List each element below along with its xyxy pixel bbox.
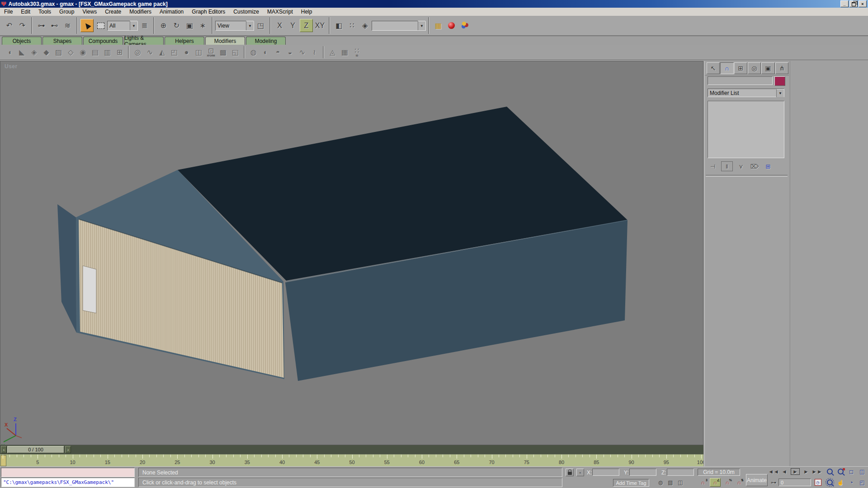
reference-coordinate-dropdown[interactable]: View▼ — [215, 21, 254, 31]
tab-helpers[interactable]: Helpers — [165, 37, 204, 45]
modifier-icon-20[interactable]: ◍ — [247, 46, 259, 59]
close-button[interactable]: × — [859, 0, 867, 7]
create-tab[interactable]: ↖ — [707, 62, 720, 74]
region-select-mode-button[interactable]: ▧ — [665, 479, 675, 486]
object-color-swatch[interactable] — [774, 76, 785, 86]
modifier-icon-26[interactable]: ◬ — [326, 46, 339, 59]
menu-item-create[interactable]: Create — [101, 8, 125, 15]
menu-item-maxscript[interactable]: MAXScript — [263, 8, 297, 15]
align-button[interactable]: ◈ — [359, 19, 371, 32]
menu-item-views[interactable]: Views — [78, 8, 101, 15]
modifier-icon-14[interactable]: ◰ — [168, 46, 180, 59]
menu-item-file[interactable]: File — [0, 8, 17, 15]
modifier-stack-list[interactable] — [708, 101, 784, 158]
selection-lock-toggle[interactable] — [566, 469, 574, 476]
viewport-label[interactable]: User — [5, 63, 18, 70]
array-button[interactable]: ∷ — [346, 19, 358, 32]
time-ruler[interactable]: 5101520253035404550556065707580859095100 — [0, 454, 703, 467]
show-end-result-button[interactable]: ‖ — [721, 161, 733, 171]
modifier-icon-18[interactable]: ▩ — [217, 46, 229, 59]
menu-item-customize[interactable]: Customize — [229, 8, 263, 15]
modifier-icon-2[interactable]: ◣ — [16, 46, 28, 59]
menu-item-help[interactable]: Help — [297, 8, 316, 15]
region-zoom-button[interactable] — [825, 479, 835, 486]
key-mode-toggle-button[interactable]: ⊶ — [769, 479, 778, 486]
bind-to-space-warp-button[interactable]: ≋ — [61, 19, 74, 32]
percent-snap-toggle-button[interactable]: ∩% — [722, 479, 732, 486]
modifier-icon-5[interactable]: ▨ — [52, 46, 65, 59]
tab-modeling[interactable]: Modeling — [246, 37, 286, 45]
degradation-override-button[interactable]: ◍ — [656, 479, 665, 486]
x-coordinate-field[interactable] — [592, 469, 619, 476]
minimize-button[interactable]: _ — [840, 0, 849, 7]
hierarchy-tab[interactable]: ⊞ — [734, 62, 747, 74]
zoom-extents-all-button[interactable]: ◫ — [857, 468, 867, 475]
previous-frame-button[interactable]: ◄ — [779, 468, 789, 475]
pan-view-button[interactable]: ☝ — [835, 479, 845, 486]
z-coordinate-field[interactable] — [667, 469, 694, 476]
render-button[interactable] — [458, 19, 471, 32]
modifier-icon-15[interactable]: ● — [180, 46, 193, 59]
tab-lights-cameras[interactable]: Lights & Cameras — [124, 37, 164, 45]
zoom-button[interactable] — [825, 468, 835, 475]
unlink-selection-button[interactable]: ⊷ — [48, 19, 61, 32]
motion-tab[interactable]: ◎ — [748, 62, 761, 74]
angle-snap-toggle-button[interactable]: ∩∠ — [710, 478, 721, 487]
material-editor-button[interactable] — [445, 19, 458, 32]
modifier-icon-8[interactable]: ▤ — [89, 46, 101, 59]
menu-item-edit[interactable]: Edit — [17, 8, 34, 15]
menu-item-modifiers[interactable]: Modifiers — [125, 8, 156, 15]
select-and-scale-button[interactable]: ▣ — [184, 19, 196, 32]
modifier-icon-10[interactable]: ⊞ — [113, 46, 126, 59]
tab-modifiers[interactable]: Modifiers — [205, 37, 245, 45]
undo-button[interactable]: ↶ — [3, 19, 15, 32]
current-frame-field[interactable]: 0 — [778, 479, 811, 486]
select-object-button[interactable] — [80, 19, 94, 32]
restrict-z-button[interactable]: Z — [300, 19, 313, 32]
tab-objects[interactable]: Objects — [2, 37, 42, 45]
menu-item-animation[interactable]: Animation — [156, 8, 188, 15]
maxscript-listener-output[interactable]: "C:\gmax\gamepacks\FSX_GMaxGamepack\" — [1, 478, 135, 487]
absolute-offset-mode-button[interactable]: ◦ — [576, 469, 584, 476]
snap-toggle-button[interactable]: ∩3 — [698, 479, 708, 486]
add-time-tag-button[interactable]: Add Time Tag — [613, 479, 649, 487]
rectangular-selection-region-button[interactable] — [94, 19, 107, 32]
modifier-icon-12[interactable]: ∿ — [144, 46, 156, 59]
go-to-start-button[interactable]: ◄◄ — [769, 468, 778, 475]
window-crossing-toggle-button[interactable]: ◫ — [675, 479, 685, 486]
restrict-y-button[interactable]: Y — [287, 19, 299, 32]
modifier-icon-9[interactable]: ▥ — [101, 46, 113, 59]
track-right-arrow-button[interactable]: › — [65, 446, 71, 453]
modifier-icon-11[interactable]: ◎ — [132, 46, 144, 59]
selection-filter-dropdown-arrow-icon[interactable]: ▼ — [130, 21, 137, 30]
pin-stack-button[interactable]: ⊣ — [708, 162, 718, 171]
object-name-field[interactable] — [708, 76, 773, 85]
modifier-icon-25[interactable]: ≀ — [308, 46, 321, 59]
building-model[interactable] — [57, 107, 627, 381]
unwrap-uvw-modifier-icon[interactable]: ◐ — [259, 46, 272, 59]
viewport-user[interactable]: Z X Y User — [0, 61, 703, 445]
modifier-icon-23[interactable]: ◒ — [284, 46, 296, 59]
arc-rotate-button[interactable]: ◔ — [846, 479, 856, 486]
min-max-toggle-button[interactable]: ◰ — [857, 479, 867, 486]
animate-button[interactable]: Animate — [746, 474, 768, 486]
uvw-checker-icon[interactable]: ▦ — [339, 46, 351, 59]
configure-modifier-sets-button[interactable]: ⊞ — [763, 162, 774, 171]
menu-item-tools[interactable]: Tools — [34, 8, 55, 15]
display-tab[interactable]: ▣ — [761, 62, 774, 74]
modifier-list-arrow-icon[interactable]: ▼ — [776, 89, 784, 97]
time-slider-handle[interactable] — [0, 455, 6, 466]
utilities-tab[interactable]: ⋔ — [775, 62, 788, 74]
select-and-move-button[interactable]: ⊕ — [157, 19, 170, 32]
modifier-list-dropdown[interactable]: Modifier List ▼ — [708, 89, 784, 97]
modifier-icon-1[interactable]: ◖ — [4, 46, 16, 59]
reference-coordinate-dropdown-arrow-icon[interactable]: ▼ — [246, 21, 254, 30]
track-left-arrow-button[interactable]: ‹ — [1, 446, 7, 453]
make-unique-button[interactable]: ⋎ — [736, 162, 746, 171]
zoom-extents-button[interactable]: ◻ — [846, 468, 856, 475]
select-and-rotate-button[interactable]: ↻ — [170, 19, 183, 32]
mirror-button[interactable]: ◧ — [333, 19, 345, 32]
next-frame-button[interactable]: ► — [801, 468, 811, 475]
select-and-manipulate-button[interactable]: ∗ — [197, 19, 209, 32]
y-coordinate-field[interactable] — [629, 469, 656, 476]
